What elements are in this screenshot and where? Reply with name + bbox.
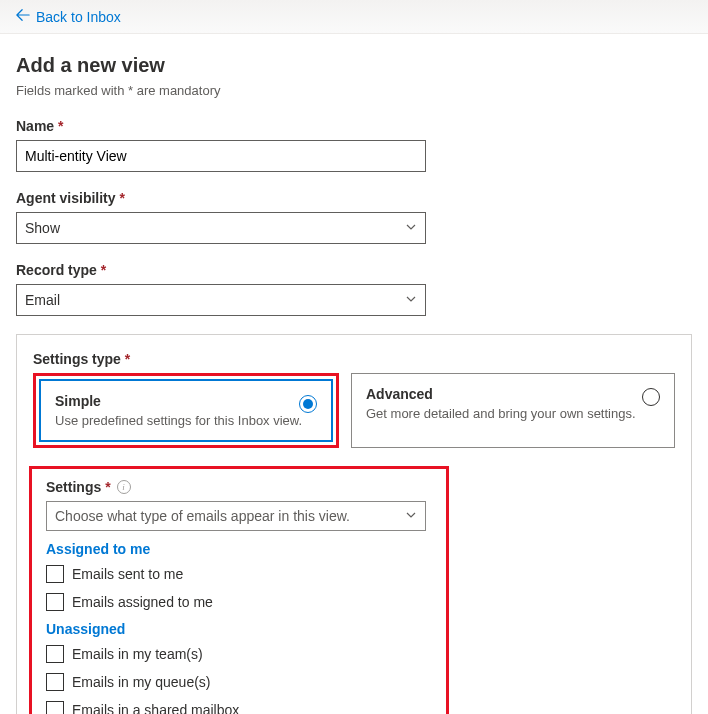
group-header-unassigned: Unassigned <box>46 621 432 637</box>
agent-visibility-select[interactable]: Show <box>16 212 426 244</box>
advanced-title: Advanced <box>366 386 660 402</box>
record-type-label: Record type * <box>16 262 692 278</box>
checkbox-box-icon <box>46 593 64 611</box>
agent-visibility-label: Agent visibility * <box>16 190 692 206</box>
simple-desc: Use predefined settings for this Inbox v… <box>55 413 317 428</box>
settings-block: Settings * i Choose what type of emails … <box>29 466 449 714</box>
checkbox-emails-shared-mailbox[interactable]: Emails in a shared mailbox <box>46 701 432 714</box>
settings-type-radio-row: Simple Use predefined settings for this … <box>33 373 675 448</box>
page-title: Add a new view <box>16 54 692 77</box>
mandatory-note: Fields marked with * are mandatory <box>16 83 692 98</box>
settings-type-simple-card[interactable]: Simple Use predefined settings for this … <box>39 379 333 442</box>
record-type-field-group: Record type * Email <box>16 262 692 316</box>
settings-label-row: Settings * i <box>46 479 432 495</box>
required-asterisk: * <box>105 479 110 495</box>
back-link-label: Back to Inbox <box>36 9 121 25</box>
back-to-inbox-link[interactable]: Back to Inbox <box>16 8 121 25</box>
radio-unchecked-icon <box>642 388 660 406</box>
top-bar: Back to Inbox <box>0 0 708 34</box>
chevron-down-icon <box>405 509 417 524</box>
agent-visibility-field-group: Agent visibility * Show <box>16 190 692 244</box>
settings-type-advanced-card[interactable]: Advanced Get more detailed and bring you… <box>351 373 675 448</box>
page-content: Add a new view Fields marked with * are … <box>0 34 708 714</box>
required-asterisk: * <box>119 190 124 206</box>
required-asterisk: * <box>58 118 63 134</box>
settings-type-label: Settings type * <box>33 351 675 367</box>
checkbox-box-icon <box>46 645 64 663</box>
highlight-simple: Simple Use predefined settings for this … <box>33 373 339 448</box>
checkbox-emails-sent-to-me[interactable]: Emails sent to me <box>46 565 432 583</box>
checkbox-emails-in-my-teams[interactable]: Emails in my team(s) <box>46 645 432 663</box>
chevron-down-icon <box>405 293 417 308</box>
info-icon[interactable]: i <box>117 480 131 494</box>
radio-checked-icon <box>299 395 317 413</box>
name-field-group: Name * <box>16 118 692 172</box>
checkbox-emails-in-my-queues[interactable]: Emails in my queue(s) <box>46 673 432 691</box>
record-type-select[interactable]: Email <box>16 284 426 316</box>
checkbox-box-icon <box>46 701 64 714</box>
name-input[interactable] <box>16 140 426 172</box>
settings-select[interactable]: Choose what type of emails appear in thi… <box>46 501 426 531</box>
checkbox-box-icon <box>46 673 64 691</box>
simple-title: Simple <box>55 393 317 409</box>
options-group-assigned: Assigned to me Emails sent to me Emails … <box>46 541 432 611</box>
advanced-desc: Get more detailed and bring your own set… <box>366 406 660 421</box>
chevron-down-icon <box>405 221 417 236</box>
group-header-assigned: Assigned to me <box>46 541 432 557</box>
name-label: Name * <box>16 118 692 134</box>
checkbox-emails-assigned-to-me[interactable]: Emails assigned to me <box>46 593 432 611</box>
settings-type-panel: Settings type * Simple Use predefined se… <box>16 334 692 714</box>
arrow-left-icon <box>16 8 30 25</box>
options-group-unassigned: Unassigned Emails in my team(s) Emails i… <box>46 621 432 714</box>
required-asterisk: * <box>125 351 130 367</box>
checkbox-box-icon <box>46 565 64 583</box>
required-asterisk: * <box>101 262 106 278</box>
settings-label: Settings * <box>46 479 111 495</box>
